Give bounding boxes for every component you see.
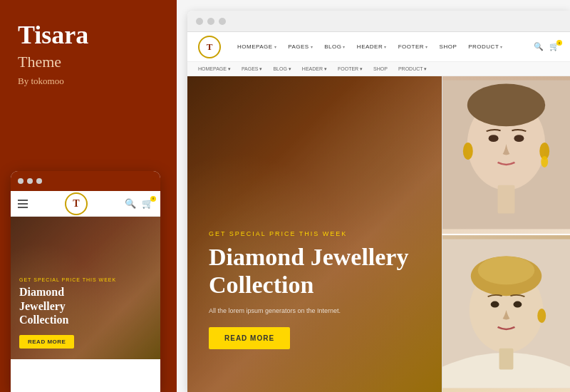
brand-title: Tisara <box>18 21 159 50</box>
nav-item-shop[interactable]: SHOP <box>434 43 463 50</box>
desktop-window: T HOMEPAGE ▾ PAGES ▾ BLOG ▾ HEADER ▾ FOO… <box>187 11 570 392</box>
nav-item-product[interactable]: PRODUCT ▾ <box>462 43 509 50</box>
desktop-hero-desc: All the lorem ipsum generators on the In… <box>209 307 420 314</box>
desktop-content: GET SPECIAL PRICE THIS WEEK Diamond Jewe… <box>187 76 570 392</box>
hamburger-icon[interactable] <box>18 200 28 208</box>
desktop-cta-button[interactable]: READ More <box>209 327 290 349</box>
desktop-nav-right: 🔍 🛒0 <box>534 42 559 51</box>
desktop-dot-1 <box>196 18 203 25</box>
desktop-nav: T HOMEPAGE ▾ PAGES ▾ BLOG ▾ HEADER ▾ FOO… <box>187 32 570 62</box>
desktop-nav2: HOMEPAGE ▾ PAGES ▾ BLOG ▾ HEADER ▾ FOOTE… <box>187 62 570 76</box>
model-face-1 <box>442 76 570 234</box>
desktop-hero: GET SPECIAL PRICE THIS WEEK Diamond Jewe… <box>187 76 442 392</box>
mobile-promo-text: GET SPECIAL PRICE THIS WEEK <box>19 277 152 282</box>
mobile-nav-icons: 🔍 🛒0 <box>125 198 153 210</box>
nav2-item-2[interactable]: PAGES ▾ <box>242 66 263 72</box>
model-image-top <box>442 76 570 234</box>
mobile-hero-title: DiamondJewelleryCollection <box>19 285 152 326</box>
svg-point-2 <box>467 84 545 127</box>
nav-item-pages[interactable]: PAGES ▾ <box>282 43 318 50</box>
mobile-dot-3 <box>36 178 42 184</box>
nav2-item-4[interactable]: HEADER ▾ <box>302 66 327 72</box>
model-svg-1 <box>442 80 570 229</box>
svg-point-12 <box>478 256 535 284</box>
desktop-dot-3 <box>219 18 226 25</box>
mobile-dot-1 <box>18 178 24 184</box>
nav2-item-6[interactable]: SHOP <box>373 66 388 71</box>
desktop-search-icon[interactable]: 🔍 <box>534 42 544 51</box>
model-image-bottom <box>442 234 570 393</box>
brand-by: By tokomoo <box>18 76 159 87</box>
mobile-hero: GET SPECIAL PRICE THIS WEEK DiamondJewel… <box>11 217 160 359</box>
desktop-nav-items: HOMEPAGE ▾ PAGES ▾ BLOG ▾ HEADER ▾ FOOTE… <box>232 43 534 50</box>
model-svg-2 <box>442 239 570 388</box>
nav2-item-1[interactable]: HOMEPAGE ▾ <box>198 66 231 72</box>
model-face-2 <box>442 235 570 393</box>
mobile-nav: T 🔍 🛒0 <box>11 191 160 217</box>
nav2-item-7[interactable]: PRODUCT ▾ <box>398 66 427 72</box>
cart-icon[interactable]: 🛒0 <box>142 198 153 210</box>
mobile-hero-content: GET SPECIAL PRICE THIS WEEK DiamondJewel… <box>19 277 152 349</box>
desktop-promo-text: GET SPECIAL PRICE THIS WEEK <box>209 230 420 237</box>
nav-item-homepage[interactable]: HOMEPAGE ▾ <box>232 43 282 50</box>
mobile-logo: T <box>65 192 88 215</box>
svg-point-3 <box>489 135 499 142</box>
nav2-item-3[interactable]: BLOG ▾ <box>273 66 291 72</box>
svg-point-16 <box>537 309 546 323</box>
search-icon[interactable]: 🔍 <box>125 198 136 210</box>
mobile-preview: T 🔍 🛒0 GET SPECIAL PRICE THIS WEEK Diamo… <box>11 171 160 392</box>
desktop-cart-icon[interactable]: 🛒0 <box>549 42 559 51</box>
svg-point-13 <box>491 301 499 307</box>
left-panel: Tisara Theme By tokomoo T 🔍 🛒0 <box>0 0 177 392</box>
desktop-logo: T <box>198 36 221 58</box>
nav-item-header[interactable]: HEADER ▾ <box>351 43 393 50</box>
svg-point-8 <box>463 143 473 160</box>
nav-item-blog[interactable]: BLOG ▾ <box>318 43 351 50</box>
desktop-top-bar <box>187 11 570 32</box>
desktop-hero-title: Diamond JewelleryCollection <box>209 243 420 299</box>
desktop-side-images <box>442 76 570 392</box>
svg-rect-5 <box>498 185 515 214</box>
mobile-dot-2 <box>27 178 33 184</box>
desktop-dot-2 <box>207 18 214 25</box>
desktop-hero-content: GET SPECIAL PRICE THIS WEEK Diamond Jewe… <box>209 230 420 349</box>
svg-rect-15 <box>499 348 514 369</box>
svg-point-4 <box>514 135 524 142</box>
svg-point-7 <box>541 156 548 167</box>
right-panel: T HOMEPAGE ▾ PAGES ▾ BLOG ▾ HEADER ▾ FOO… <box>177 0 570 392</box>
mobile-cta-button[interactable]: READ MORE <box>19 335 74 349</box>
nav2-item-5[interactable]: FOOTER ▾ <box>338 66 363 72</box>
brand-subtitle: Theme <box>18 53 159 71</box>
svg-point-14 <box>513 301 522 307</box>
mobile-top-bar <box>11 171 160 191</box>
nav-item-footer[interactable]: FOOTER ▾ <box>393 43 434 50</box>
